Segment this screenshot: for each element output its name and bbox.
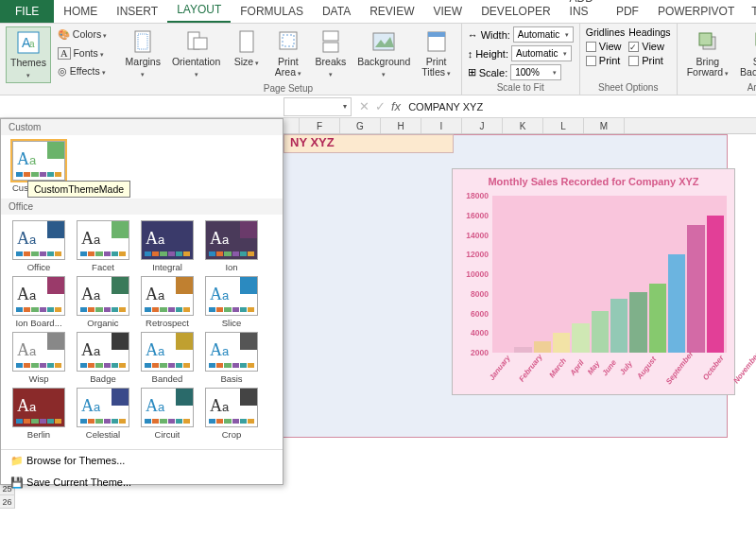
formula-bar: ✕ ✓ fx COMPANY XYZ xyxy=(0,95,756,118)
print-area-button[interactable]: Print Area xyxy=(269,26,307,80)
theme-item[interactable]: AaWisp xyxy=(9,332,69,384)
background-icon xyxy=(370,28,397,55)
size-button[interactable]: Size xyxy=(228,26,266,70)
print-titles-button[interactable]: Print Titles xyxy=(418,26,455,80)
colors-button[interactable]: 🎨 Colors xyxy=(55,26,110,43)
theme-item[interactable]: AaBadge xyxy=(73,332,133,384)
ribbon-tabs: FILE HOME INSERT PAGE LAYOUT FORMULAS DA… xyxy=(0,0,756,24)
send-backward-button[interactable]: Send Backward xyxy=(736,26,756,80)
tab-page-layout[interactable]: PAGE LAYOUT xyxy=(167,0,231,23)
headings-view-checkbox[interactable] xyxy=(628,42,639,52)
column-header[interactable]: I xyxy=(421,118,462,133)
send-backward-icon xyxy=(751,28,756,55)
chart-bar xyxy=(649,284,666,353)
theme-item[interactable]: AaBanded xyxy=(137,332,198,384)
svg-rect-15 xyxy=(428,32,445,37)
chart-bar xyxy=(687,225,704,353)
orientation-button[interactable]: Orientation xyxy=(168,26,224,81)
panel-custom-header: Custom xyxy=(1,119,283,135)
group-arrange-label: Arrange xyxy=(683,80,756,93)
tab-review[interactable]: REVIEW xyxy=(360,0,423,23)
cancel-formula-icon[interactable]: ✕ xyxy=(359,99,369,113)
row-header[interactable]: 26 xyxy=(0,495,15,509)
theme-tooltip: CustomThemeMade xyxy=(27,181,130,198)
theme-item[interactable]: AaOrganic xyxy=(73,276,133,328)
print-area-icon xyxy=(275,28,301,55)
tab-insert[interactable]: INSERT xyxy=(107,0,167,23)
accept-formula-icon[interactable]: ✓ xyxy=(375,99,386,113)
svg-text:a: a xyxy=(29,39,35,49)
chart-bar xyxy=(629,292,646,353)
group-scale-label: Scale to Fit xyxy=(468,80,574,93)
file-tab[interactable]: FILE xyxy=(0,0,54,23)
gridlines-view-checkbox[interactable] xyxy=(586,42,596,52)
theme-item[interactable]: AaIon xyxy=(201,220,262,272)
theme-item[interactable]: AaOffice xyxy=(9,220,69,272)
tab-formulas[interactable]: FORMULAS xyxy=(231,0,313,23)
column-header[interactable]: L xyxy=(543,118,584,133)
width-icon: ↔ xyxy=(468,29,478,41)
scale-label: Scale: xyxy=(479,67,508,78)
chart-bar xyxy=(553,333,570,353)
fx-icon[interactable]: fx xyxy=(391,99,401,113)
theme-item[interactable]: AaSlice xyxy=(201,276,262,328)
height-dropdown[interactable]: Automatic xyxy=(511,45,572,61)
margins-button[interactable]: Margins xyxy=(121,26,164,81)
gridlines-print-checkbox[interactable] xyxy=(586,56,596,66)
headings-view-label: View xyxy=(642,41,664,52)
theme-item[interactable]: AaCrop xyxy=(201,388,262,440)
fonts-button[interactable]: A Fonts xyxy=(55,45,110,61)
tab-developer[interactable]: DEVELOPER xyxy=(472,0,559,23)
column-header[interactable]: F xyxy=(300,118,340,133)
chart-bar xyxy=(707,216,724,353)
column-header[interactable]: K xyxy=(503,118,543,133)
name-box[interactable] xyxy=(284,97,352,116)
svg-rect-10 xyxy=(323,31,338,41)
themes-dropdown-panel: Custom Aa CustomThe... CustomThemeMade O… xyxy=(0,118,284,485)
tab-addins[interactable]: ADD-INS xyxy=(560,0,607,23)
themes-button[interactable]: Aa Themes xyxy=(6,26,51,83)
column-header[interactable]: H xyxy=(381,118,421,133)
background-button[interactable]: Background xyxy=(354,26,414,81)
tab-home[interactable]: HOME xyxy=(54,0,107,23)
formula-input[interactable]: COMPANY XYZ xyxy=(408,101,756,113)
column-header[interactable]: G xyxy=(340,118,381,133)
tab-powerpivot[interactable]: POWERPIVOT xyxy=(648,0,744,23)
theme-item[interactable]: AaCircuit xyxy=(137,388,198,440)
theme-item[interactable]: AaCelestial xyxy=(73,388,133,440)
margins-icon xyxy=(129,28,156,55)
theme-item[interactable]: AaIntegral xyxy=(137,220,198,272)
sheet-title-cell[interactable]: NY XYZ xyxy=(284,134,454,153)
scale-input[interactable]: 100% xyxy=(510,64,561,80)
theme-item[interactable]: AaBerlin xyxy=(9,388,69,440)
tab-data[interactable]: DATA xyxy=(313,0,360,23)
chart-x-axis: JanuaryFebruaryMarchAprilMayJuneJulyAugu… xyxy=(492,353,727,394)
theme-item[interactable]: AaIon Board... xyxy=(9,276,69,328)
browse-themes-button[interactable]: 📁 Browse for Themes... xyxy=(1,450,283,472)
save-theme-button[interactable]: 💾 Save Current Theme... xyxy=(1,472,283,494)
breaks-button[interactable]: Breaks xyxy=(311,26,351,81)
panel-office-header: Office xyxy=(1,199,283,215)
width-dropdown[interactable]: Automatic xyxy=(513,26,574,43)
height-label: Height: xyxy=(475,48,508,60)
chart-plot-area xyxy=(492,196,727,353)
tab-view[interactable]: VIEW xyxy=(424,0,472,23)
embedded-chart[interactable]: Monthly Sales Recorded for Company XYZ 2… xyxy=(452,168,735,395)
theme-item[interactable]: AaRetrospect xyxy=(137,276,198,328)
theme-item[interactable]: AaFacet xyxy=(73,220,133,272)
tab-pdf[interactable]: PDF xyxy=(607,0,648,23)
column-header[interactable]: M xyxy=(584,118,625,133)
chart-bar xyxy=(610,299,627,353)
chart-bar xyxy=(534,341,551,353)
chart-bar xyxy=(668,254,685,353)
headings-print-checkbox[interactable] xyxy=(628,56,639,66)
bring-forward-button[interactable]: Bring Forward xyxy=(683,26,732,80)
effects-button[interactable]: ◎ Effects xyxy=(55,63,110,78)
tab-team[interactable]: Team xyxy=(744,0,756,23)
headings-print-label: Print xyxy=(642,55,663,66)
column-header[interactable]: J xyxy=(462,118,503,133)
gridlines-print-label: Print xyxy=(599,55,621,66)
chart-bar xyxy=(592,311,609,353)
theme-item[interactable]: AaBasis xyxy=(201,332,262,384)
chart-bars xyxy=(492,196,727,353)
